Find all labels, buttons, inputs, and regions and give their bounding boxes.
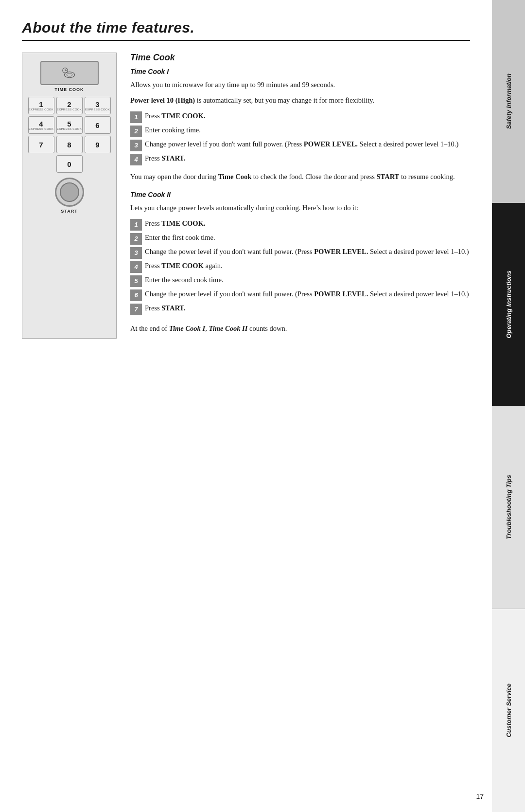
step2-text-6: Change the power level if you don't want… bbox=[145, 289, 469, 300]
step2-item-6: 6 Change the power level if you don't wa… bbox=[130, 289, 470, 301]
sidebar-tab-safety[interactable]: Safety Information bbox=[492, 0, 525, 203]
key-3[interactable]: 3 EXPRESS COOK bbox=[85, 97, 111, 114]
key-1[interactable]: 1 EXPRESS COOK bbox=[28, 97, 54, 114]
key-2[interactable]: 2 EXPRESS COOK bbox=[56, 97, 83, 114]
step2-item-5: 5 Enter the second cook time. bbox=[130, 275, 470, 287]
step2-text-1: Press TIME COOK. bbox=[145, 218, 205, 229]
keypad-grid: 1 EXPRESS COOK 2 EXPRESS COOK 3 EXPRESS … bbox=[28, 97, 111, 173]
page-number: 17 bbox=[476, 793, 484, 800]
microwave-panel: TIME COOK 1 EXPRESS COOK 2 EXPRESS COOK … bbox=[22, 53, 117, 339]
intro-text: Allows you to microwave for any time up … bbox=[130, 79, 470, 90]
steps-list-2: 1 Press TIME COOK. 2 Enter the first coo… bbox=[130, 218, 470, 315]
svg-point-1 bbox=[67, 73, 72, 76]
step-text-4: Press START. bbox=[145, 153, 186, 164]
step2-text-3: Change the power level if you don't want… bbox=[145, 247, 469, 257]
step2-number-7: 7 bbox=[130, 304, 142, 315]
step2-text-7: Press START. bbox=[145, 303, 186, 314]
sidebar-tab-operating[interactable]: Operating Instructions bbox=[492, 203, 525, 406]
step-number-1: 1 bbox=[130, 111, 142, 123]
content-row: TIME COOK 1 EXPRESS COOK 2 EXPRESS COOK … bbox=[22, 53, 470, 339]
step-text-1: Press TIME COOK. bbox=[145, 111, 205, 122]
time-cook-display: TIME COOK bbox=[28, 61, 110, 92]
step-number-2: 2 bbox=[130, 126, 142, 137]
time-cook-heading: Time Cook bbox=[130, 53, 470, 63]
time-cook-2-intro: Lets you change power levels automatical… bbox=[130, 202, 470, 213]
sidebar-tabs: Safety Information Operating Instruction… bbox=[492, 0, 525, 812]
step-number-3: 3 bbox=[130, 140, 142, 151]
sidebar-tab-safety-label: Safety Information bbox=[505, 73, 512, 129]
clock-icon bbox=[62, 66, 77, 80]
step-item-4: 4 Press START. bbox=[130, 153, 470, 165]
step2-text-2: Enter the first cook time. bbox=[145, 233, 215, 243]
start-inner-circle bbox=[60, 182, 79, 202]
step-text-3: Change power level if you don't want ful… bbox=[145, 139, 458, 150]
sidebar-tab-customer[interactable]: Customer Service bbox=[492, 609, 525, 812]
step2-number-3: 3 bbox=[130, 247, 142, 259]
steps-list-1: 1 Press TIME COOK. 2 Enter cooking time.… bbox=[130, 111, 470, 165]
time-cook-1-heading: Time Cook I bbox=[130, 68, 470, 75]
step2-number-1: 1 bbox=[130, 219, 142, 231]
text-content: Time Cook Time Cook I Allows you to micr… bbox=[130, 53, 470, 339]
step2-item-1: 1 Press TIME COOK. bbox=[130, 218, 470, 231]
key-0[interactable]: 0 bbox=[56, 155, 83, 173]
key-6[interactable]: 6 bbox=[85, 116, 111, 134]
step2-text-5: Enter the second cook time. bbox=[145, 275, 223, 286]
page-title: About the time features. bbox=[22, 19, 470, 36]
step2-item-2: 2 Enter the first cook time. bbox=[130, 233, 470, 245]
step2-text-4: Press TIME COOK again. bbox=[145, 261, 223, 271]
end-text: At the end of Time Cook I, Time Cook II … bbox=[130, 323, 470, 334]
step2-number-4: 4 bbox=[130, 261, 142, 273]
time-cook-2-heading: Time Cook II bbox=[130, 191, 470, 198]
resume-text: You may open the door during Time Cook t… bbox=[130, 171, 470, 182]
step2-number-6: 6 bbox=[130, 289, 142, 301]
key-8[interactable]: 8 bbox=[56, 136, 83, 153]
sidebar-tab-operating-label: Operating Instructions bbox=[505, 271, 512, 338]
step2-number-2: 2 bbox=[130, 233, 142, 245]
step-item-1: 1 Press TIME COOK. bbox=[130, 111, 470, 123]
step-item-3: 3 Change power level if you don't want f… bbox=[130, 139, 470, 151]
start-label: START bbox=[61, 209, 77, 214]
key-7[interactable]: 7 bbox=[28, 136, 54, 153]
sidebar-tab-troubleshooting[interactable]: Troubleshooting Tips bbox=[492, 406, 525, 609]
key-4[interactable]: 4 EXPRESS COOK bbox=[28, 116, 54, 134]
display-label: TIME COOK bbox=[55, 87, 84, 92]
main-content: About the time features. bbox=[0, 0, 492, 368]
step-item-2: 2 Enter cooking time. bbox=[130, 125, 470, 137]
step-number-4: 4 bbox=[130, 154, 142, 165]
start-button[interactable] bbox=[55, 178, 84, 207]
step-text-2: Enter cooking time. bbox=[145, 125, 201, 136]
step2-item-4: 4 Press TIME COOK again. bbox=[130, 261, 470, 273]
key-5[interactable]: 5 EXPRESS COOK bbox=[56, 116, 83, 134]
step2-number-5: 5 bbox=[130, 275, 142, 287]
sidebar-tab-troubleshooting-label: Troubleshooting Tips bbox=[505, 475, 512, 539]
title-rule bbox=[22, 40, 470, 41]
start-button-wrap: START bbox=[55, 178, 84, 214]
page-container: Safety Information Operating Instruction… bbox=[0, 0, 525, 812]
step2-item-3: 3 Change the power level if you don't wa… bbox=[130, 247, 470, 259]
key-9[interactable]: 9 bbox=[85, 136, 111, 153]
display-screen bbox=[40, 61, 99, 85]
step2-item-7: 7 Press START. bbox=[130, 303, 470, 315]
power-level-text: Power level 10 (High) is automatically s… bbox=[130, 95, 470, 106]
sidebar-tab-customer-label: Customer Service bbox=[505, 684, 512, 738]
